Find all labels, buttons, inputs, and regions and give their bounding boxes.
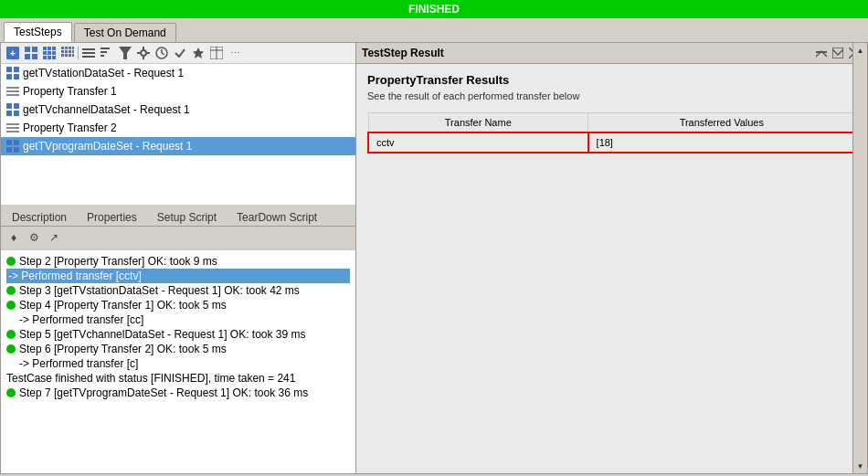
- svg-rect-23: [61, 54, 64, 57]
- svg-text:+: +: [10, 48, 16, 58]
- scroll-down-arrow[interactable]: ▼: [853, 459, 868, 473]
- log-text-8: -> Performed transfer [c]: [19, 357, 138, 370]
- svg-rect-27: [82, 48, 95, 50]
- star-icon[interactable]: [190, 45, 206, 61]
- log-text-7: Step 6 [Property Transfer 2] OK: took 5 …: [19, 343, 227, 355]
- log-text-4: Step 4 [Property Transfer 1] OK: took 5 …: [19, 299, 227, 312]
- main-container: TestSteps Test On Demand +: [0, 18, 868, 474]
- right-panel: TestStep Result PropertyTransfer Results…: [356, 42, 868, 474]
- svg-rect-50: [6, 87, 19, 89]
- svg-rect-20: [65, 50, 68, 53]
- result-table: Transfer Name Transferred Values cctv [1…: [367, 112, 856, 153]
- right-panel-content: PropertyTransfer Results See the result …: [356, 64, 867, 473]
- svg-rect-13: [48, 56, 51, 59]
- svg-rect-2: [25, 47, 30, 52]
- svg-rect-28: [82, 52, 95, 54]
- tab-teststeps[interactable]: TestSteps: [4, 22, 72, 42]
- filter-icon[interactable]: [117, 45, 133, 61]
- more-icon[interactable]: ⋯: [227, 45, 243, 61]
- svg-rect-14: [52, 56, 56, 59]
- grid4-icon[interactable]: [59, 45, 76, 61]
- scroll-up-arrow[interactable]: ▲: [853, 43, 868, 58]
- status-bar: FINISHED: [0, 0, 868, 18]
- dot-icon-7: [6, 344, 16, 354]
- svg-rect-6: [43, 47, 47, 50]
- sub-tab-setup[interactable]: Setup Script: [150, 209, 224, 226]
- svg-rect-12: [43, 56, 47, 59]
- svg-rect-47: [14, 67, 19, 72]
- svg-rect-5: [32, 54, 37, 59]
- grid2-icon[interactable]: [23, 45, 39, 61]
- svg-rect-9: [43, 51, 47, 55]
- svg-rect-56: [14, 111, 19, 116]
- step-item-3[interactable]: getTVchannelDataSet - Request 1: [1, 100, 355, 119]
- log-item-10: Step 7 [getTVprogramDateSet - Request 1]…: [6, 386, 350, 400]
- svg-rect-37: [137, 52, 140, 54]
- sort-icon[interactable]: [99, 45, 115, 61]
- svg-line-41: [162, 53, 164, 55]
- steps-list: getTVstationDataSet - Request 1 Property…: [1, 64, 355, 206]
- tab-testondemand[interactable]: Test On Demand: [74, 23, 176, 42]
- table-row[interactable]: cctv [18]: [368, 132, 855, 153]
- svg-rect-17: [69, 47, 71, 49]
- svg-rect-63: [14, 147, 19, 153]
- add-icon[interactable]: +: [5, 45, 21, 61]
- check-icon[interactable]: [172, 45, 188, 61]
- settings-icon[interactable]: [135, 45, 152, 61]
- svg-rect-22: [72, 50, 74, 53]
- step-label-3: getTVchannelDataSet - Request 1: [23, 103, 190, 116]
- svg-rect-60: [6, 140, 12, 145]
- step-item-4[interactable]: Property Transfer 2: [1, 119, 355, 137]
- log-item-5: -> Performed transfer [cc]: [6, 312, 350, 327]
- grid3-icon[interactable]: [41, 45, 58, 61]
- log-text-2: -> Performed transfer [cctv]: [8, 270, 142, 282]
- step-item-1[interactable]: getTVstationDataSet - Request 1: [1, 64, 355, 82]
- maximize-icon[interactable]: [831, 46, 845, 60]
- svg-rect-38: [147, 52, 150, 54]
- transfer-step-icon-1: [6, 85, 19, 98]
- grid-step-icon: [6, 67, 19, 79]
- svg-rect-26: [72, 54, 74, 57]
- svg-rect-18: [72, 47, 74, 49]
- log-text-9: TestCase finished with status [FINISHED]…: [6, 372, 295, 385]
- svg-rect-54: [14, 103, 19, 109]
- svg-rect-11: [52, 51, 56, 55]
- svg-rect-36: [143, 57, 144, 59]
- minimize-icon[interactable]: [814, 46, 829, 60]
- clock-icon[interactable]: [153, 45, 170, 61]
- svg-rect-3: [32, 47, 37, 52]
- sub-tab-description[interactable]: Description: [5, 209, 74, 226]
- log-area[interactable]: Step 2 [Property Transfer] OK: took 9 ms…: [1, 249, 355, 473]
- divider1: [78, 47, 79, 59]
- col-header-transfer: Transfer Name: [368, 113, 588, 133]
- log-text-5: -> Performed transfer [cc]: [19, 313, 143, 326]
- svg-rect-25: [69, 54, 71, 57]
- result-subtitle: See the result of each performed transfe…: [367, 90, 856, 101]
- gear-icon[interactable]: ⚙: [26, 230, 41, 245]
- svg-rect-59: [6, 131, 19, 132]
- scrollbar-right[interactable]: ▲ ▼: [852, 43, 867, 473]
- log-item-6: Step 5 [getTVchannelDataSet - Request 1]…: [6, 327, 350, 342]
- list-icon[interactable]: [80, 45, 97, 61]
- log-text-10: Step 7 [getTVprogramDateSet - Request 1]…: [19, 386, 308, 399]
- log-item-3: Step 3 [getTVstationDataSet - Request 1]…: [6, 283, 350, 298]
- table-icon[interactable]: [208, 45, 225, 61]
- svg-rect-21: [69, 50, 71, 53]
- log-text-1: Step 2 [Property Transfer] OK: took 9 ms: [19, 255, 217, 268]
- step-item-5[interactable]: getTVprogramDateSet - Request 1: [1, 137, 355, 155]
- right-panel-title: TestStep Result: [362, 47, 444, 59]
- svg-marker-33: [119, 47, 132, 59]
- export-icon[interactable]: ↗: [47, 230, 61, 245]
- sub-tab-properties[interactable]: Properties: [79, 209, 144, 226]
- svg-rect-31: [101, 51, 107, 53]
- svg-rect-49: [14, 74, 19, 79]
- log-item-8: -> Performed transfer [c]: [6, 356, 350, 371]
- step-label-4: Property Transfer 2: [23, 122, 117, 134]
- svg-rect-46: [6, 67, 12, 72]
- step-item-2[interactable]: Property Transfer 1: [1, 82, 355, 100]
- svg-rect-10: [48, 51, 51, 55]
- sub-tab-teardown[interactable]: TearDown Script: [229, 209, 324, 226]
- diamond-icon[interactable]: ♦: [6, 230, 21, 245]
- log-text-3: Step 3 [getTVstationDataSet - Request 1]…: [19, 284, 300, 297]
- cell-transfer-name: cctv: [368, 132, 588, 153]
